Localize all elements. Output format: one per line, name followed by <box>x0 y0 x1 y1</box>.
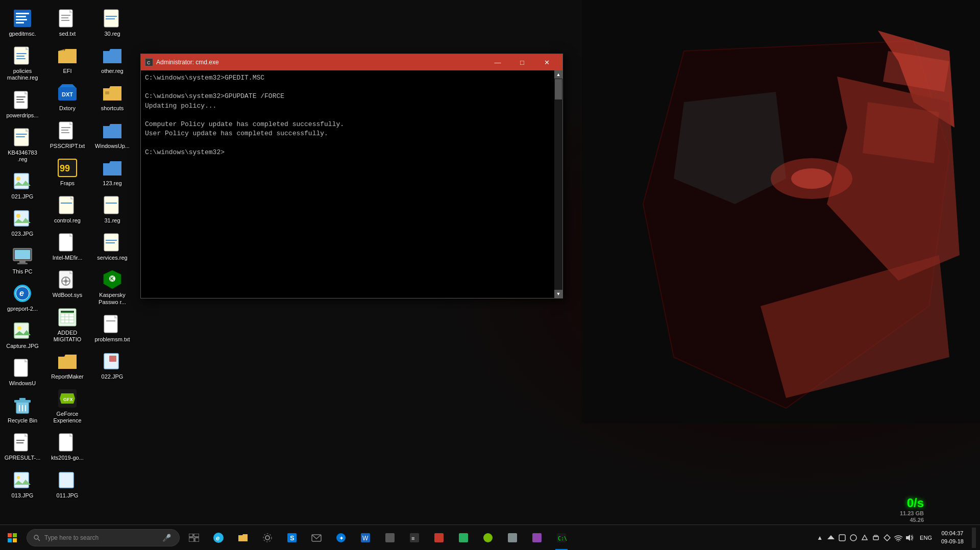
icon-otherreg[interactable]: other.reg <box>92 42 133 78</box>
tray-icon-5[interactable] <box>882 533 892 543</box>
icon-efi[interactable]: EFI <box>47 42 88 78</box>
taskbar-date: 09-09-18 <box>941 538 964 545</box>
cmd-scrollbar[interactable]: ▲ ▼ <box>554 70 562 298</box>
cmd-maximize-button[interactable]: □ <box>510 54 534 70</box>
taskbar-app6[interactable] <box>451 525 476 551</box>
icon-kts2019[interactable]: kts2019-go... <box>47 429 88 464</box>
icon-011jpg[interactable]: 011.JPG <box>47 467 88 502</box>
start-button[interactable] <box>0 525 24 551</box>
taskbar-store[interactable]: S <box>280 525 304 551</box>
taskbar-settings[interactable] <box>255 525 280 551</box>
taskbar-mail[interactable] <box>304 525 329 551</box>
icon-problemtxt-label: problemsm.txt <box>94 336 130 343</box>
tray-icon-4[interactable] <box>871 533 881 543</box>
svg-point-41 <box>17 326 21 330</box>
icon-kb4346783[interactable]: KB4346783 .reg <box>2 124 43 166</box>
icon-123reg[interactable]: 123.reg <box>92 155 133 190</box>
icon-shortcuts[interactable]: shortcuts <box>92 80 133 115</box>
thispc-icon <box>12 246 33 266</box>
svg-rect-120 <box>194 534 199 537</box>
icon-gpedit[interactable]: gpeditmsc. <box>2 5 43 40</box>
cmd-scroll-down[interactable]: ▼ <box>554 290 562 298</box>
icon-capturejpg[interactable]: Capture.JPG <box>2 317 43 353</box>
taskbar-app9[interactable] <box>525 525 549 551</box>
icon-control-label: control.reg <box>54 217 81 224</box>
icon-thispc[interactable]: This PC <box>2 243 43 278</box>
taskbar-app7[interactable] <box>476 525 500 551</box>
icon-gpresult[interactable]: GPRESULT-... <box>2 429 43 464</box>
cmd-line-8 <box>145 138 550 147</box>
icon-kaspersky[interactable]: K Kaspersky Passwo r... <box>92 266 133 308</box>
cmd-scroll-thumb[interactable] <box>555 79 562 99</box>
icon-wdboot[interactable]: WdBoot.sys <box>47 266 88 302</box>
tray-icon-3[interactable] <box>860 533 870 543</box>
taskbar-app2[interactable]: W <box>353 525 378 551</box>
cmd-scroll-up[interactable]: ▲ <box>554 70 562 79</box>
taskbar-search-box[interactable]: Type here to search 🎤 <box>27 529 180 546</box>
taskbar-app8[interactable] <box>500 525 525 551</box>
svg-rect-108 <box>106 320 115 321</box>
taskbar-clock[interactable]: 00:04:37 09-09-18 <box>937 530 968 545</box>
icon-psscript[interactable]: PSSCRIPT.txt <box>47 117 88 153</box>
svg-marker-144 <box>827 535 835 539</box>
svg-rect-19 <box>16 58 26 59</box>
tray-network[interactable] <box>826 533 836 543</box>
svg-rect-54 <box>14 472 29 488</box>
icon-control[interactable]: control.reg <box>47 192 88 227</box>
013jpg-icon <box>12 470 33 490</box>
taskbar-right: ▲ <box>811 525 980 550</box>
icon-021jpg[interactable]: 021.JPG <box>2 168 43 203</box>
icon-fraps[interactable]: 99 Fraps <box>47 155 88 190</box>
icon-problemtxt[interactable]: problemsm.txt <box>92 311 133 346</box>
icon-013jpg[interactable]: 013.JPG <box>2 467 43 502</box>
icon-30reg[interactable]: 30.reg <box>92 5 133 40</box>
taskbar-app3[interactable] <box>378 525 402 551</box>
icon-recyclebin-label: Recycle Bin <box>8 417 37 424</box>
icon-sedtxt[interactable]: sed.txt <box>47 5 88 40</box>
icon-powerdri-label: powerdrips... <box>7 112 39 119</box>
taskbar-app5[interactable] <box>427 525 451 551</box>
cmd-titlebar[interactable]: C Administrator: cmd.exe — □ ✕ <box>141 54 562 70</box>
svg-rect-12 <box>16 16 26 17</box>
taskbar-language[interactable]: ENG <box>917 535 935 541</box>
icon-otherreg-label: other.reg <box>101 68 123 74</box>
icon-reportmaker[interactable]: ReportMaker <box>47 348 88 383</box>
gpedit-icon <box>12 8 33 29</box>
icon-windowsup[interactable]: WindowsUp... <box>92 117 133 153</box>
icon-powerdri[interactable]: powerdrips... <box>2 87 43 122</box>
cmd-close-button[interactable]: ✕ <box>535 54 558 70</box>
taskbar-task-view[interactable] <box>182 525 206 551</box>
tray-wifi[interactable] <box>893 533 903 543</box>
icon-policies[interactable]: policies machine.reg <box>2 42 43 84</box>
svg-rect-66 <box>61 127 70 128</box>
tray-icon-1[interactable] <box>837 533 847 543</box>
tray-expand[interactable]: ▲ <box>815 533 825 543</box>
taskbar-edge[interactable]: e <box>206 525 231 551</box>
icon-dxtory[interactable]: DXT Dxtory <box>47 80 88 115</box>
psscript-icon <box>57 120 78 141</box>
svg-rect-59 <box>61 17 68 18</box>
icon-servicesreg[interactable]: services.reg <box>92 229 133 264</box>
tray-icon-2[interactable] <box>848 533 859 543</box>
icon-gpreport[interactable]: e gpreport-2... <box>2 280 43 315</box>
icon-023jpg[interactable]: 023.JPG <box>2 205 43 240</box>
svg-text:✦: ✦ <box>339 535 344 542</box>
icon-31reg[interactable]: 31.reg <box>92 192 133 227</box>
show-desktop-button[interactable] <box>972 528 976 548</box>
icon-geforce[interactable]: GFX GeForce Experience <box>47 385 88 427</box>
taskbar-explorer[interactable] <box>231 525 255 551</box>
icon-022jpg[interactable]: 022.JPG <box>92 348 133 383</box>
tray-volume[interactable] <box>904 533 915 543</box>
taskbar-app4[interactable]: ≡ <box>402 525 427 551</box>
icon-windowsu[interactable]: WindowsU <box>2 355 43 390</box>
svg-rect-103 <box>106 242 115 243</box>
icon-recyclebin[interactable]: Recycle Bin <box>2 392 43 427</box>
123reg-icon <box>102 158 122 178</box>
taskbar-app1[interactable]: ✦ <box>329 525 353 551</box>
svg-text:DXT: DXT <box>62 91 73 97</box>
icon-intelmefir[interactable]: Intel-MEfir... <box>47 229 88 264</box>
icon-addedmig[interactable]: ADDED MIGITATIO <box>47 304 88 346</box>
cmd-content[interactable]: C:\windows\system32>GPEDIT.MSC C:\window… <box>141 70 554 298</box>
taskbar-cmd[interactable]: C:\ <box>549 525 574 551</box>
cmd-minimize-button[interactable]: — <box>486 54 509 70</box>
